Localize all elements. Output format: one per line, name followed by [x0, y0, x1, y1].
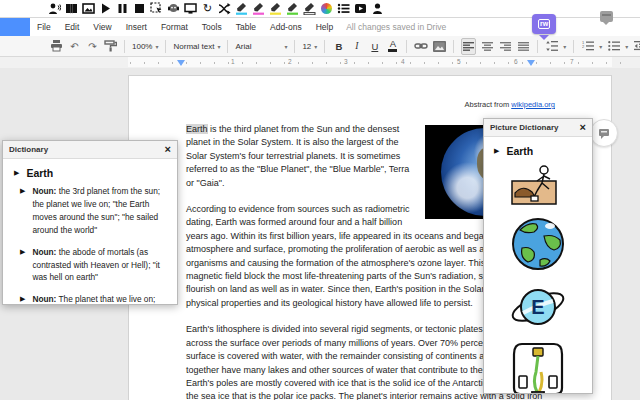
entry-pos-label: Noun: — [32, 186, 56, 196]
line-spacing-caret[interactable]: ▾ — [563, 43, 566, 50]
speak-word-icon[interactable]: ▶ — [494, 147, 499, 156]
menu-help[interactable]: Help — [309, 22, 340, 32]
left-indent-marker[interactable] — [177, 60, 185, 66]
entry-definition: The planet that we live on; — [56, 294, 155, 304]
font-select[interactable]: Arial▾ — [235, 42, 287, 51]
picture-dictionary-header: Picture Dictionary × — [484, 119, 592, 137]
highlighter-clear-icon[interactable] — [303, 2, 316, 15]
font-size-select[interactable]: 12▾ — [302, 42, 317, 51]
menu-table[interactable]: Table — [229, 22, 263, 32]
planet-letter-e-image[interactable]: E — [509, 283, 567, 331]
align-justify-button[interactable] — [517, 39, 530, 54]
align-right-button[interactable] — [499, 39, 512, 54]
prediction-icon[interactable] — [218, 2, 231, 15]
ruler-number: 6 — [512, 58, 520, 65]
dictionary-panel-header: Dictionary × — [3, 141, 177, 159]
rw-glyph: rw — [538, 19, 550, 29]
pause-icon[interactable] — [116, 2, 129, 15]
menu-addons[interactable]: Add-ons — [263, 22, 309, 32]
highlighted-word: Earth — [186, 124, 208, 134]
abstract-prefix: Abstract from — [465, 100, 512, 109]
globe-earth-image[interactable] — [510, 216, 566, 272]
dictionary-entry: ▶ Noun: The planet that we live on; — [20, 293, 168, 305]
right-indent-marker[interactable] — [527, 60, 535, 66]
menu-insert[interactable]: Insert — [119, 22, 154, 32]
extension-dropdown-arrow — [539, 35, 549, 40]
menu-view[interactable]: View — [86, 22, 118, 32]
wikipedia-link[interactable]: wikipedia.org — [511, 100, 555, 109]
dictionary-entry: ▶ Noun: the 3rd planet from the sun; the… — [20, 185, 168, 237]
picture-dictionary-panel: Picture Dictionary × ▶ Earth — [483, 118, 593, 394]
docs-home-icon[interactable] — [0, 18, 30, 36]
earth-wire-plug-image[interactable] — [512, 342, 564, 394]
ruler-number: 5 — [455, 58, 463, 65]
bulleted-list-caret[interactable]: ▾ — [625, 43, 628, 50]
highlighter-yellow-icon[interactable] — [269, 2, 282, 15]
undo-icon[interactable]: ↶ — [68, 39, 81, 54]
zoom-select[interactable]: 100%▾ — [132, 42, 158, 51]
italic-button[interactable]: I — [350, 39, 363, 54]
speak-entry-icon[interactable]: ▶ — [20, 187, 25, 237]
redo-icon[interactable]: ↷ — [86, 39, 99, 54]
readwrite-extension-icon[interactable]: rw — [532, 14, 556, 34]
insert-link-icon[interactable] — [414, 39, 428, 54]
google-docs-window: ↻ File Edit Vie — [0, 0, 640, 400]
numbered-list-icon[interactable]: 12 — [581, 39, 594, 54]
menu-file[interactable]: File — [30, 22, 58, 32]
translator-icon[interactable]: ↻ — [201, 2, 214, 15]
picture-dictionary-word: Earth — [506, 145, 533, 157]
stop-icon[interactable] — [133, 2, 146, 15]
dictionary-icon[interactable] — [65, 2, 78, 15]
vocabulary-list-icon[interactable] — [337, 2, 350, 15]
screenshot-reader-icon[interactable] — [167, 2, 180, 15]
play-icon[interactable] — [99, 2, 112, 15]
screen-mask-icon[interactable] — [184, 2, 197, 15]
dictionary-close-button[interactable]: × — [165, 144, 171, 155]
speak-entry-icon[interactable]: ▶ — [20, 295, 25, 305]
text-color-button[interactable]: A — [386, 39, 399, 54]
entry-pos-label: Noun: — [32, 247, 56, 257]
collect-highlights-icon[interactable] — [320, 2, 333, 15]
video-icon[interactable] — [354, 2, 367, 15]
insert-image-icon[interactable] — [433, 39, 446, 54]
paragraph-style-select[interactable]: Normal text▾ — [173, 42, 220, 51]
numbered-list-caret[interactable]: ▾ — [599, 43, 602, 50]
digging-earth-image[interactable] — [511, 163, 565, 205]
menu-tools[interactable]: Tools — [195, 22, 229, 32]
ruler-ticks — [130, 62, 630, 64]
align-left-button[interactable] — [461, 38, 476, 55]
ruler-number: 1 — [229, 58, 237, 65]
picture-dictionary-icon[interactable] — [82, 2, 95, 15]
print-icon[interactable] — [50, 39, 63, 54]
paint-format-icon[interactable] — [104, 39, 117, 54]
comment-pin-icon[interactable] — [600, 11, 613, 22]
text-to-speech-icon[interactable] — [48, 2, 61, 15]
audio-maker-icon[interactable] — [371, 2, 384, 15]
speak-entry-icon[interactable]: ▶ — [20, 248, 25, 285]
speak-word-icon[interactable]: ▶ — [14, 169, 19, 178]
ruler-number: 3 — [342, 58, 350, 65]
hover-speech-icon[interactable] — [150, 2, 163, 15]
paragraph-1-text: is the third planet from the Sun and the… — [186, 124, 409, 188]
line-spacing-icon[interactable] — [545, 39, 558, 54]
ruler-number: 4 — [399, 58, 407, 65]
bulleted-list-icon[interactable] — [607, 39, 620, 54]
dictionary-title: Dictionary — [9, 145, 48, 154]
menu-format[interactable]: Format — [154, 22, 195, 32]
align-center-button[interactable] — [481, 39, 494, 54]
bold-button[interactable]: B — [332, 39, 345, 54]
add-comment-button[interactable] — [590, 119, 618, 147]
picture-dictionary-close-button[interactable]: × — [580, 122, 586, 133]
dictionary-entry: ▶ Noun: the abode of mortals (as contras… — [20, 246, 168, 285]
underline-button[interactable]: U — [368, 39, 381, 54]
menu-edit[interactable]: Edit — [58, 22, 87, 32]
highlighter-magenta-icon[interactable] — [252, 2, 265, 15]
dictionary-panel: Dictionary × ▶ Earth ▶ Noun: the 3rd pla… — [2, 140, 178, 305]
highlighter-green-icon[interactable] — [286, 2, 299, 15]
comment-icon — [598, 128, 610, 139]
svg-text:E: E — [531, 296, 544, 318]
save-status: All changes saved in Drive — [346, 22, 446, 32]
ruler-number: 2 — [286, 58, 294, 65]
highlighter-cyan-icon[interactable] — [235, 2, 248, 15]
decrease-indent-icon[interactable] — [633, 39, 640, 54]
